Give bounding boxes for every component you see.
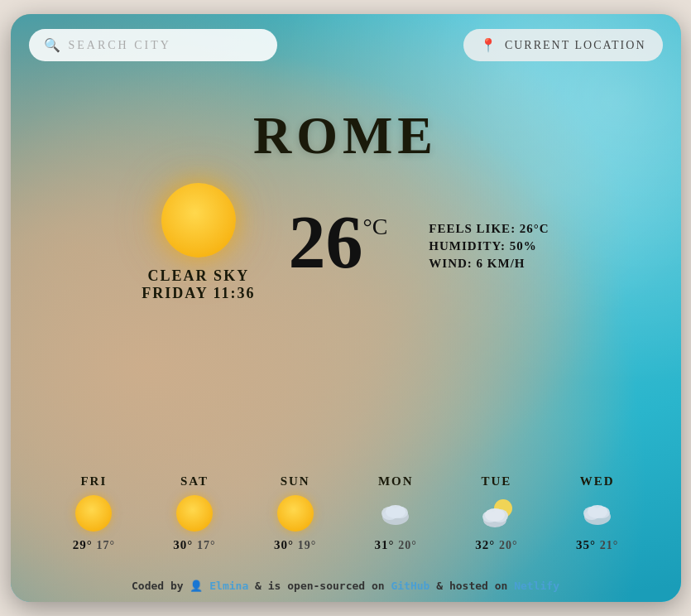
footer-text3: & hosted on	[436, 580, 514, 592]
forecast-day-sat: SAT	[180, 474, 209, 488]
forecast-day-sun: SUN	[281, 474, 310, 488]
main-weather: ROME CLEAR SKY FRIDAY 11:36 26 °C FEELS …	[11, 105, 681, 302]
temperature-unit: °C	[362, 215, 387, 238]
forecast-icon-tue	[478, 495, 515, 532]
location-pin-icon: 📍	[480, 37, 498, 53]
condition-text: CLEAR SKY	[142, 267, 255, 285]
forecast-day-mon: MON	[378, 474, 414, 488]
current-location-button[interactable]: 📍 CURRENT LOCATION	[463, 29, 663, 61]
forecast-low-fri: 17°	[96, 539, 115, 551]
forecast-temps-fri: 29° 17°	[73, 538, 115, 552]
datetime-text: FRIDAY 11:36	[142, 285, 255, 302]
forecast-temps-mon: 31° 20°	[375, 538, 417, 552]
forecast-temps-sun: 30° 19°	[274, 538, 316, 552]
humidity: HUMIDITY: 50%	[429, 239, 549, 253]
forecast-icon-fri	[75, 495, 112, 532]
person-icon: 👤	[190, 580, 203, 592]
sun-icon	[161, 183, 236, 257]
search-input[interactable]	[69, 39, 262, 52]
forecast-bar: FRI 29° 17° SAT 30° 17° SUN 30° 19° MON	[11, 474, 681, 552]
forecast-icon-sat	[176, 495, 213, 532]
temperature-value: 26	[288, 205, 362, 280]
footer-github-link[interactable]: GitHub	[391, 580, 429, 592]
forecast-fri: FRI 29° 17°	[73, 474, 115, 552]
forecast-high-wed: 35°	[576, 538, 600, 551]
forecast-tue: TUE 32° 20°	[475, 474, 517, 552]
feels-like: FEELS LIKE: 26°C	[429, 222, 549, 236]
svg-point-8	[485, 508, 505, 522]
forecast-low-tue: 20°	[499, 539, 518, 551]
city-name: ROME	[253, 105, 438, 166]
footer-author-link[interactable]: Elmina	[209, 580, 248, 592]
temperature-display: 26 °C	[288, 205, 387, 280]
forecast-wed: WED 35° 21°	[576, 474, 618, 552]
forecast-icon-wed	[579, 495, 616, 532]
top-bar: 🔍 📍 CURRENT LOCATION	[11, 14, 681, 76]
forecast-day-tue: TUE	[482, 474, 512, 488]
forecast-icon-sun	[277, 495, 314, 532]
footer-text1: Coded by	[132, 580, 184, 592]
weather-details: FEELS LIKE: 26°C HUMIDITY: 50% WIND: 6 K…	[429, 215, 549, 271]
footer-netlify-link[interactable]: Netlify	[514, 580, 559, 592]
svg-point-12	[588, 505, 607, 518]
search-icon: 🔍	[44, 37, 60, 53]
wind: WIND: 6 KM/H	[429, 257, 549, 271]
location-btn-label: CURRENT LOCATION	[505, 39, 646, 52]
footer: Coded by 👤 Elmina & is open-sourced on G…	[11, 580, 681, 592]
forecast-day-fri: FRI	[80, 474, 107, 488]
weather-desc: CLEAR SKY FRIDAY 11:36	[142, 267, 255, 302]
forecast-low-sat: 17°	[197, 539, 216, 551]
forecast-high-mon: 31°	[375, 538, 399, 551]
forecast-sat: SAT 30° 17°	[173, 474, 215, 552]
forecast-high-fri: 29°	[73, 538, 97, 551]
forecast-high-sat: 30°	[173, 538, 197, 551]
forecast-mon: MON 31° 20°	[375, 474, 417, 552]
forecast-high-tue: 32°	[475, 538, 499, 551]
forecast-temps-tue: 32° 20°	[475, 538, 517, 552]
forecast-high-sun: 30°	[274, 538, 298, 551]
forecast-low-mon: 20°	[398, 539, 417, 551]
search-box[interactable]: 🔍	[29, 29, 277, 61]
forecast-sun: SUN 30° 19°	[274, 474, 316, 552]
forecast-temps-sat: 30° 17°	[173, 538, 215, 552]
forecast-temps-wed: 35° 21°	[576, 538, 618, 552]
forecast-day-wed: WED	[580, 474, 615, 488]
weather-center: CLEAR SKY FRIDAY 11:36 26 °C FEELS LIKE:…	[142, 183, 549, 302]
footer-text2: & is open-sourced on	[255, 580, 391, 592]
svg-point-3	[386, 505, 405, 518]
forecast-low-wed: 21°	[600, 539, 619, 551]
forecast-icon-mon	[377, 495, 414, 532]
main-weather-left: CLEAR SKY FRIDAY 11:36	[142, 183, 255, 302]
app-container: 🔍 📍 CURRENT LOCATION ROME CLEAR SKY FRID…	[11, 14, 681, 602]
forecast-low-sun: 19°	[298, 539, 317, 551]
